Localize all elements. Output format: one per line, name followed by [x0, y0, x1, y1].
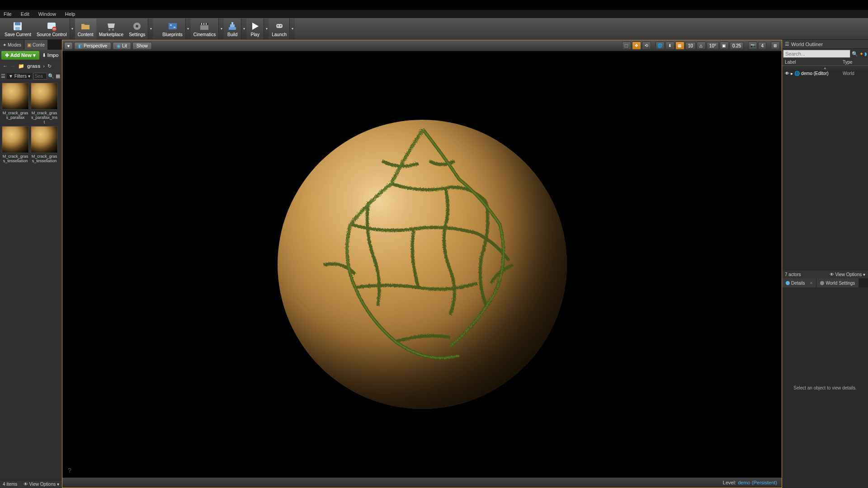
svg-rect-18	[230, 24, 235, 27]
grid-snap-value[interactable]: 10	[685, 42, 696, 50]
play-dropdown[interactable]: ▾	[264, 19, 269, 39]
rotate-mode-button[interactable]: ⟲	[642, 42, 651, 50]
blueprints-button[interactable]: Blueprints	[160, 19, 185, 39]
tab-details[interactable]: Details×	[782, 278, 816, 287]
grid-snap-button[interactable]: ▦	[675, 42, 684, 50]
menu-file[interactable]: File	[4, 11, 12, 17]
material-preview-sphere	[278, 120, 567, 409]
perspective-button[interactable]: ◧Perspective	[74, 42, 111, 50]
actor-count: 7 actors	[785, 272, 801, 277]
path-recent[interactable]: ↻	[47, 63, 52, 69]
settings-dropdown[interactable]: ▾	[148, 19, 153, 39]
filters-button[interactable]: ▼ Filters ▾	[7, 73, 32, 79]
level-label: Level:	[723, 480, 736, 485]
svg-rect-15	[203, 23, 204, 25]
play-button[interactable]: Play	[246, 19, 264, 39]
menu-window[interactable]: Window	[38, 11, 56, 17]
cart-icon	[105, 20, 117, 32]
viewport-3d[interactable]: ?	[62, 51, 782, 478]
lit-button[interactable]: ◉Lit	[113, 42, 131, 50]
source-control-button[interactable]: Source Control	[34, 19, 70, 39]
help-icon[interactable]: ?	[68, 467, 71, 474]
source-control-dropdown[interactable]: ▾	[70, 19, 75, 39]
svg-rect-5	[53, 28, 56, 29]
angle-snap-value[interactable]: 10°	[707, 42, 719, 50]
svg-point-7	[112, 29, 114, 31]
menu-edit[interactable]: Edit	[21, 11, 29, 17]
angle-snap-button[interactable]: △	[697, 42, 706, 50]
launch-dropdown[interactable]: ▾	[289, 19, 295, 39]
build-dropdown[interactable]: ▾	[241, 19, 246, 39]
content-browser: ✦Modes ▣Conte ✚ Add New ▾ ⬇ Impo ← → 📁 g…	[0, 40, 62, 488]
blueprints-dropdown[interactable]: ▾	[185, 19, 191, 39]
menu-bar: File Edit Window Help	[0, 10, 868, 18]
scale-snap-value[interactable]: 0.25	[730, 42, 744, 50]
right-panel: ☰World Outliner 🔍 ✦ ◗ Label Type ▲ 👁▸🌐de…	[782, 40, 868, 488]
visibility-icon[interactable]: 👁	[785, 71, 789, 76]
blueprints-icon	[167, 20, 179, 32]
svg-point-21	[277, 25, 278, 27]
asset-search-input[interactable]	[33, 73, 47, 80]
svg-rect-2	[15, 27, 20, 30]
marketplace-button[interactable]: Marketplace	[96, 19, 126, 39]
svg-rect-10	[169, 23, 177, 29]
select-mode-button[interactable]: ⬚	[622, 42, 631, 50]
nav-forward[interactable]: →	[10, 63, 15, 69]
world-icon: 🌐	[794, 71, 800, 76]
path-folder[interactable]: grass	[27, 63, 40, 69]
cinematics-button[interactable]: Cinematics	[191, 19, 218, 39]
menu-help[interactable]: Help	[65, 11, 75, 17]
surface-snap-button[interactable]: ⬇	[665, 42, 675, 50]
content-button[interactable]: Content	[75, 19, 96, 39]
nav-back[interactable]: ←	[3, 63, 8, 69]
cinematics-dropdown[interactable]: ▾	[218, 19, 224, 39]
gear-icon	[131, 20, 143, 32]
clapper-icon	[198, 20, 210, 32]
filter-icon[interactable]: ✦	[859, 51, 863, 57]
tab-modes[interactable]: ✦Modes	[0, 40, 24, 50]
save-filter-icon[interactable]: ▦	[56, 73, 60, 79]
camera-speed-button[interactable]: 📷	[748, 42, 757, 50]
svg-rect-17	[229, 27, 236, 30]
save-button[interactable]: Save Current	[2, 19, 34, 39]
maximize-viewport-button[interactable]: ⊞	[771, 42, 780, 50]
asset-item[interactable]: M_crack_grass_parallax_Inst	[31, 83, 58, 124]
viewport-menu[interactable]: ▾	[64, 42, 73, 50]
build-button[interactable]: Build	[224, 19, 241, 39]
outliner-item[interactable]: 👁▸🌐demo (Editor) World	[782, 70, 868, 77]
import-button[interactable]: ⬇ Impo	[42, 52, 59, 58]
svg-point-6	[108, 29, 110, 31]
view-options-button[interactable]: 👁 View Options ▾	[830, 272, 865, 277]
tab-world-settings[interactable]: World Settings	[816, 278, 859, 287]
asset-item[interactable]: M_crack_grass_parallax	[2, 83, 29, 124]
floppy-icon	[12, 20, 24, 32]
camera-speed-value[interactable]: 4	[758, 42, 766, 50]
svg-point-9	[136, 25, 138, 28]
tag-icon[interactable]: ◗	[864, 51, 867, 57]
search-icon: 🔍	[852, 51, 858, 57]
view-type-icon[interactable]: ☰	[1, 73, 5, 79]
svg-rect-12	[174, 27, 175, 28]
level-name[interactable]: demo (Persistent)	[738, 480, 777, 485]
chevron-right-icon: ›	[43, 63, 45, 69]
outliner-search-input[interactable]	[783, 50, 850, 58]
launch-button[interactable]: Launch	[269, 19, 289, 39]
folder-icon	[80, 20, 91, 32]
outliner-col-type[interactable]: Type	[843, 60, 865, 65]
asset-item[interactable]: M_crack_grass_tessellation	[2, 126, 29, 163]
view-options-button[interactable]: 👁 View Options ▾	[24, 482, 59, 487]
show-button[interactable]: Show	[132, 42, 152, 50]
translate-mode-button[interactable]: ✥	[632, 42, 641, 50]
scale-snap-button[interactable]: ▣	[720, 42, 729, 50]
add-new-button[interactable]: ✚ Add New ▾	[1, 51, 39, 60]
asset-item[interactable]: M_crack_grass_tessellation	[31, 126, 58, 163]
svg-rect-14	[201, 23, 202, 25]
svg-rect-19	[231, 22, 233, 24]
outliner-col-label[interactable]: Label	[785, 60, 843, 65]
settings-button[interactable]: Settings	[126, 19, 148, 39]
coord-space-button[interactable]: 🌐	[656, 42, 665, 50]
tab-content[interactable]: ▣Conte	[24, 40, 47, 50]
world-outliner-tab[interactable]: ☰World Outliner	[782, 40, 868, 49]
svg-rect-20	[276, 24, 283, 28]
svg-rect-1	[15, 22, 20, 25]
